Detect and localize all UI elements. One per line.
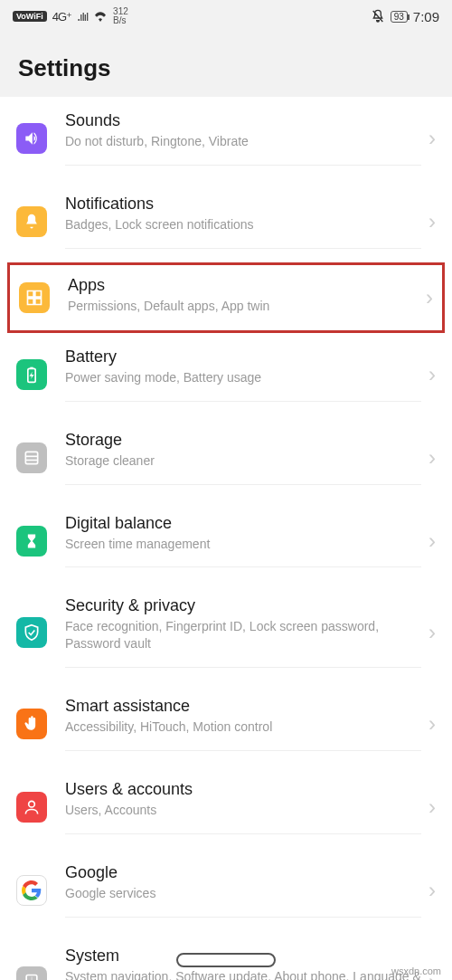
google-icon — [16, 875, 47, 906]
chevron-right-icon: › — [428, 878, 436, 903]
item-subtitle: Permissions, Default apps, App twin — [68, 298, 419, 315]
chevron-right-icon: › — [428, 445, 436, 471]
item-subtitle: System navigation, Software update, Abou… — [65, 968, 421, 980]
signal-icon: ․ılıl — [77, 10, 88, 24]
vowifi-badge: VoWiFi — [13, 11, 47, 22]
item-title: Smart assistance — [65, 697, 421, 716]
settings-item-notifications[interactable]: Notifications Badges, Lock screen notifi… — [0, 180, 452, 263]
item-subtitle: Badges, Lock screen notifications — [65, 216, 421, 233]
settings-item-sounds[interactable]: Sounds Do not disturb, Ringtone, Vibrate… — [0, 97, 452, 180]
item-title: Security & privacy — [65, 596, 421, 615]
item-subtitle: Users, Accounts — [65, 802, 421, 819]
svg-text:i: i — [31, 975, 32, 980]
chevron-right-icon: › — [428, 209, 436, 234]
hourglass-icon — [16, 526, 47, 557]
chevron-right-icon: › — [428, 620, 436, 645]
system-icon: i — [16, 966, 47, 980]
settings-list: Sounds Do not disturb, Ringtone, Vibrate… — [0, 97, 452, 980]
chevron-right-icon: › — [428, 528, 436, 554]
item-title: Notifications — [65, 195, 421, 214]
svg-rect-1 — [30, 366, 33, 368]
home-pill[interactable] — [176, 953, 276, 967]
item-title: Battery — [65, 347, 421, 366]
navigation-bar — [0, 953, 452, 967]
item-title: Digital balance — [65, 514, 421, 533]
settings-item-storage[interactable]: Storage Storage cleaner › — [0, 416, 452, 500]
status-bar: VoWiFi 4G⁺ ․ılıl 312 B/s 93 7:09 — [0, 0, 452, 33]
item-subtitle: Google services — [65, 885, 421, 902]
sound-icon — [16, 123, 47, 154]
settings-item-users[interactable]: Users & accounts Users, Accounts › — [0, 766, 452, 849]
svg-point-5 — [29, 801, 35, 807]
page-title: Settings — [18, 54, 434, 82]
item-subtitle: Accessibility, HiTouch, Motion control — [65, 718, 421, 736]
chevron-right-icon: › — [428, 711, 436, 737]
network-type: 4G⁺ — [52, 10, 71, 24]
chevron-right-icon: › — [428, 362, 436, 387]
hand-icon — [16, 709, 47, 739]
item-subtitle: Face recognition, Fingerprint ID, Lock s… — [65, 618, 421, 652]
data-speed: 312 B/s — [113, 7, 128, 25]
chevron-right-icon: › — [428, 794, 436, 820]
wifi-icon — [93, 11, 108, 22]
item-subtitle: Do not disturb, Ringtone, Vibrate — [65, 133, 421, 150]
item-title: Storage — [65, 431, 421, 450]
battery-indicator: 93 — [391, 11, 408, 23]
apps-icon — [19, 282, 50, 313]
chevron-right-icon: › — [428, 126, 436, 151]
shield-icon — [16, 617, 47, 648]
page-header: Settings — [0, 33, 452, 97]
settings-item-smart-assistance[interactable]: Smart assistance Accessibility, HiTouch,… — [0, 682, 452, 766]
item-title: Google — [65, 863, 421, 882]
chevron-right-icon: › — [426, 285, 433, 310]
settings-item-security[interactable]: Security & privacy Face recognition, Fin… — [0, 582, 452, 682]
item-subtitle: Storage cleaner — [65, 452, 421, 470]
mute-icon — [371, 9, 385, 24]
item-subtitle: Power saving mode, Battery usage — [65, 369, 421, 386]
clock: 7:09 — [413, 9, 439, 24]
item-subtitle: Screen time management — [65, 536, 421, 553]
item-title: Apps — [68, 276, 419, 295]
settings-item-battery[interactable]: Battery Power saving mode, Battery usage… — [0, 333, 452, 416]
user-icon — [16, 792, 47, 823]
storage-icon — [16, 442, 47, 473]
watermark: wsxdn.com — [391, 966, 441, 976]
svg-rect-2 — [25, 452, 37, 463]
bell-icon — [16, 206, 47, 237]
item-title: Sounds — [65, 111, 421, 130]
settings-item-google[interactable]: Google Google services › — [0, 849, 452, 932]
battery-icon — [16, 359, 47, 390]
item-title: Users & accounts — [65, 780, 421, 799]
settings-item-apps[interactable]: Apps Permissions, Default apps, App twin… — [7, 262, 445, 333]
settings-item-digital-balance[interactable]: Digital balance Screen time management › — [0, 500, 452, 583]
